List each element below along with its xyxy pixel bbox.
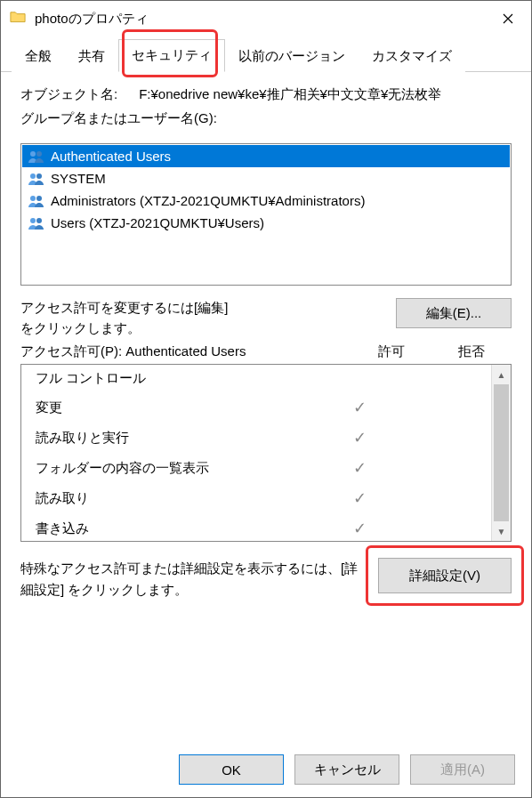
users-icon	[28, 216, 45, 230]
tab-previous-versions[interactable]: 以前のバージョン	[225, 40, 359, 72]
svg-point-3	[36, 173, 42, 179]
folder-icon	[10, 11, 26, 27]
svg-point-5	[36, 196, 42, 201]
allow-cell: ✓	[320, 398, 399, 417]
list-item[interactable]: Administrators (XTZJ-2021QUMKTU¥Administ…	[22, 189, 510, 212]
list-item[interactable]: Users (XTZJ-2021QUMKTU¥Users)	[22, 212, 510, 234]
tabs: 全般 共有 セキュリティ 以前のバージョン カスタマイズ	[1, 36, 531, 72]
svg-point-2	[30, 173, 36, 179]
svg-point-7	[36, 218, 42, 223]
groups-label: グループ名またはユーザー名(G):	[20, 110, 512, 127]
tab-customize[interactable]: カスタマイズ	[359, 40, 465, 72]
tab-content: オブジェクト名: F:¥onedrive new¥ke¥推广相关¥中文文章¥无法…	[1, 72, 531, 742]
apply-button[interactable]: 適用(A)	[410, 754, 515, 785]
allow-header: 許可	[351, 343, 431, 360]
permission-name: 読み取りと実行	[36, 430, 320, 447]
permissions-header: アクセス許可(P): Authenticated Users 許可 拒否	[20, 343, 512, 360]
svg-point-1	[36, 151, 42, 157]
object-name-row: オブジェクト名: F:¥onedrive new¥ke¥推广相关¥中文文章¥无法…	[20, 86, 512, 103]
permission-name: 読み取り	[36, 490, 320, 507]
properties-dialog: photoのプロパティ 全般 共有 セキュリティ 以前のバージョン カスタマイズ…	[0, 0, 532, 798]
allow-cell: ✓	[320, 488, 399, 508]
svg-point-4	[30, 196, 36, 201]
allow-cell: ✓	[320, 519, 399, 538]
object-name-label: オブジェクト名:	[20, 86, 117, 103]
allow-cell: ✓	[320, 428, 399, 447]
close-button[interactable]	[488, 3, 528, 35]
permission-name: 書き込み	[36, 520, 320, 537]
users-icon	[28, 149, 45, 164]
permissions-list: フル コントロール 変更 ✓ 読み取りと実行 ✓ フォルダーの内容の一覧表示 ✓	[20, 364, 512, 542]
permission-row: 読み取りと実行 ✓	[21, 423, 491, 453]
dialog-buttons: OK キャンセル 適用(A)	[1, 742, 531, 797]
users-list[interactable]: Authenticated Users SYSTEM Administrator…	[20, 143, 512, 286]
edit-hint-text: アクセス許可を変更するには[編集] をクリックします。	[20, 298, 385, 338]
tab-sharing[interactable]: 共有	[65, 40, 118, 72]
svg-point-6	[30, 218, 36, 223]
permission-row: 読み取り ✓	[21, 483, 491, 513]
permission-row: 書き込み ✓	[21, 513, 491, 541]
tab-general[interactable]: 全般	[12, 40, 65, 72]
svg-point-0	[30, 151, 36, 157]
edit-permissions-row: アクセス許可を変更するには[編集] をクリックします。 編集(E)...	[20, 298, 512, 338]
permission-name: フォルダーの内容の一覧表示	[36, 460, 320, 477]
scroll-up-icon[interactable]: ▲	[492, 365, 511, 384]
list-item-label: Authenticated Users	[51, 149, 171, 164]
advanced-button[interactable]: 詳細設定(V)	[378, 558, 512, 593]
permissions-for-label: アクセス許可(P): Authenticated Users	[20, 343, 351, 360]
scrollbar[interactable]: ▲ ▼	[491, 365, 511, 541]
advanced-row: 特殊なアクセス許可または詳細設定を表示するには、[詳細設定] をクリックします。…	[20, 558, 512, 601]
titlebar: photoのプロパティ	[1, 1, 531, 36]
ok-button[interactable]: OK	[179, 754, 284, 785]
permission-row: フル コントロール	[21, 365, 491, 392]
object-name-value: F:¥onedrive new¥ke¥推广相关¥中文文章¥无法枚举	[139, 86, 441, 103]
permission-name: 変更	[36, 399, 320, 416]
users-icon	[28, 194, 45, 208]
permission-row: フォルダーの内容の一覧表示 ✓	[21, 453, 491, 483]
users-icon	[28, 172, 45, 186]
list-item-label: Administrators (XTZJ-2021QUMKTU¥Administ…	[51, 193, 365, 208]
list-item[interactable]: SYSTEM	[22, 167, 510, 189]
window-title: photoのプロパティ	[35, 11, 488, 28]
scroll-thumb[interactable]	[494, 384, 509, 521]
list-item-label: SYSTEM	[51, 171, 106, 186]
edit-button[interactable]: 編集(E)...	[396, 298, 512, 328]
scroll-down-icon[interactable]: ▼	[492, 521, 511, 541]
list-item[interactable]: Authenticated Users	[22, 145, 510, 167]
cancel-button[interactable]: キャンセル	[294, 754, 399, 785]
deny-header: 拒否	[431, 343, 512, 360]
tab-security[interactable]: セキュリティ	[118, 39, 225, 72]
permission-name: フル コントロール	[36, 370, 320, 387]
list-item-label: Users (XTZJ-2021QUMKTU¥Users)	[51, 215, 264, 230]
allow-cell: ✓	[320, 458, 399, 478]
advanced-hint-text: 特殊なアクセス許可または詳細設定を表示するには、[詳細設定] をクリックします。	[20, 558, 362, 601]
permission-row: 変更 ✓	[21, 392, 491, 423]
